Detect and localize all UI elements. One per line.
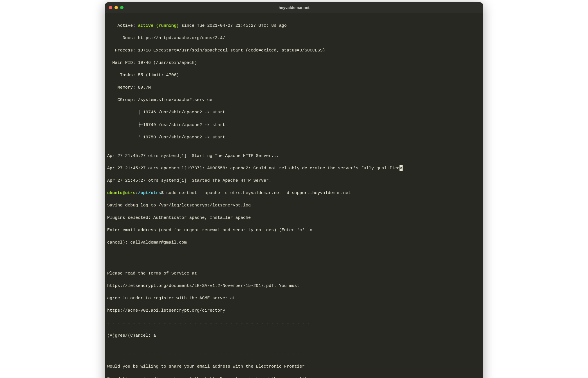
- certbot-line: Saving debug log to /var/log/letsencrypt…: [107, 202, 481, 208]
- status-proc-2: ├─19749 /usr/sbin/apache2 -k start: [107, 122, 481, 128]
- dash-line: - - - - - - - - - - - - - - - - - - - - …: [107, 320, 481, 326]
- status-active-suffix: since Tue 2021-04-27 21:45:27 UTC; 8s ag…: [179, 23, 287, 28]
- log-line-1: Apr 27 21:45:27 otrs systemd[1]: Startin…: [107, 153, 481, 159]
- titlebar[interactable]: heyvaldemar.net: [105, 2, 483, 13]
- certbot-line: Plugins selected: Authenticator apache, …: [107, 215, 481, 221]
- minimize-icon[interactable]: [115, 6, 118, 9]
- log-line-3: Apr 27 21:45:27 otrs systemd[1]: Started…: [107, 177, 481, 184]
- continuation-arrow-icon: >: [400, 165, 403, 171]
- close-icon[interactable]: [109, 6, 112, 9]
- eff-line: Would you be willing to share your email…: [107, 363, 481, 370]
- log-line-2: Apr 27 21:45:27 otrs apachectl[19737]: A…: [107, 166, 400, 171]
- agree-prompt[interactable]: (A)gree/(C)ancel: a: [107, 332, 481, 339]
- status-proc-3: └─19750 /usr/sbin/apache2 -k start: [107, 134, 481, 140]
- tos-line: https://letsencrypt.org/documents/LE-SA-…: [107, 283, 481, 289]
- status-cgroup: CGroup: /system.slice/apache2.service: [107, 97, 481, 103]
- tos-line: Please read the Terms of Service at: [107, 270, 481, 276]
- window-title: heyvaldemar.net: [105, 5, 483, 10]
- terminal-content[interactable]: Active: active (running) since Tue 2021-…: [105, 13, 483, 378]
- command-input[interactable]: sudo certbot --apache -d otrs.heyvaldema…: [166, 190, 351, 195]
- prompt-user: ubuntu@otrs: [107, 190, 135, 195]
- fullscreen-icon[interactable]: [120, 6, 124, 9]
- tos-line: agree in order to register with the ACME…: [107, 295, 481, 301]
- traffic-lights: [109, 6, 124, 9]
- terminal-window: heyvaldemar.net Active: active (running)…: [105, 2, 483, 378]
- eff-line: Foundation, a founding partner of the Le…: [107, 376, 481, 378]
- status-docs: Docs: https://httpd.apache.org/docs/2.4/: [107, 35, 481, 41]
- dash-line: - - - - - - - - - - - - - - - - - - - - …: [107, 258, 481, 264]
- dash-line: - - - - - - - - - - - - - - - - - - - - …: [107, 351, 481, 357]
- prompt-dollar: $: [161, 190, 166, 195]
- status-memory: Memory: 89.7M: [107, 84, 481, 91]
- status-active-value: active (running): [138, 23, 179, 28]
- status-process: Process: 19718 ExecStart=/usr/sbin/apach…: [107, 47, 481, 53]
- prompt-path: /opt/otrs: [138, 190, 161, 195]
- status-mainpid: Main PID: 19746 (/usr/sbin/apach): [107, 60, 481, 66]
- certbot-line: Enter email address (used for urgent ren…: [107, 227, 481, 233]
- certbot-line: cancel): callvaldemar@gmail.com: [107, 239, 481, 246]
- status-tasks: Tasks: 55 (limit: 4706): [107, 72, 481, 78]
- tos-line: https://acme-v02.api.letsencrypt.org/dir…: [107, 307, 481, 314]
- status-proc-1: ├─19746 /usr/sbin/apache2 -k start: [107, 109, 481, 115]
- status-active-label: Active:: [107, 23, 138, 28]
